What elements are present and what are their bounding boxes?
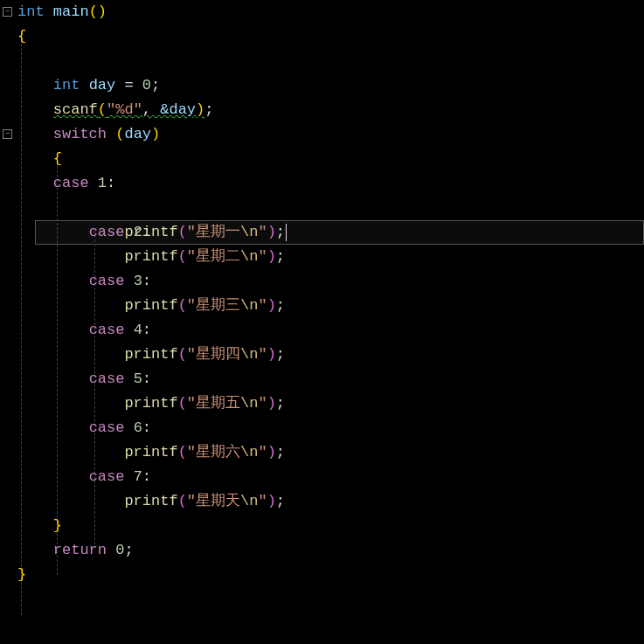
printf-call: printf [124, 493, 177, 509]
code-area[interactable]: int main() { int day = 0; scanf("%d", &d… [17, 0, 644, 644]
case-keyword: case [89, 419, 125, 436]
printf-call: printf [124, 346, 177, 363]
fold-icon[interactable]: − [3, 7, 12, 17]
code-line[interactable]: printf("星期五\n"); [17, 391, 644, 416]
identifier: day [124, 126, 151, 142]
case-keyword: case [89, 224, 125, 240]
number: 0 [142, 77, 151, 93]
code-line[interactable]: case 5: [17, 367, 644, 391]
case-keyword: case [89, 322, 125, 338]
code-line[interactable]: scanf("%d", &day); [17, 98, 644, 122]
code-line[interactable]: case 3: [17, 269, 644, 294]
code-line[interactable]: printf("星期天\n"); [17, 489, 644, 514]
printf-call: printf [124, 248, 177, 265]
string-literal: "%d" [107, 101, 142, 118]
switch-keyword: switch [53, 126, 107, 142]
code-line[interactable]: { [17, 24, 644, 49]
identifier: &day [160, 101, 196, 118]
printf-call: printf [124, 444, 177, 460]
code-line[interactable]: printf("星期六\n"); [17, 440, 644, 465]
code-line[interactable]: printf("星期三\n"); [17, 294, 644, 318]
return-keyword: return [53, 542, 107, 558]
type-keyword: int [17, 3, 45, 20]
code-line[interactable]: case 4: [17, 318, 644, 343]
code-line[interactable]: return 0; [17, 538, 644, 563]
code-line[interactable] [17, 49, 644, 73]
code-line[interactable]: int main() [17, 0, 644, 24]
code-line[interactable]: case 6: [17, 416, 644, 440]
case-keyword: case [89, 273, 125, 289]
type-keyword: int [53, 77, 80, 93]
code-line[interactable]: } [17, 514, 644, 538]
fold-icon[interactable]: − [3, 129, 12, 139]
case-keyword: case [89, 468, 125, 485]
code-line[interactable]: printf("星期二\n"); [17, 245, 644, 269]
code-line[interactable]: case 7: [17, 465, 644, 489]
printf-call: printf [124, 395, 177, 412]
brace: { [53, 150, 62, 167]
code-line[interactable] [17, 196, 644, 220]
gutter: − − [0, 0, 17, 644]
identifier: day [89, 77, 116, 93]
code-line[interactable]: switch (day) [17, 122, 644, 147]
case-keyword: case [53, 175, 89, 191]
code-line[interactable]: case 2: [17, 220, 644, 245]
case-keyword: case [89, 370, 125, 387]
printf-call: printf [124, 297, 177, 314]
brace: } [17, 566, 26, 583]
code-editor[interactable]: − − int main() { int day = 0; scanf("%d"… [0, 0, 644, 644]
paren: ) [98, 3, 107, 20]
paren: ( [89, 3, 98, 20]
code-line[interactable]: { [17, 147, 644, 171]
scanf-call: scanf [53, 101, 98, 118]
code-line[interactable]: } [17, 563, 644, 587]
code-line[interactable]: case 1: [17, 171, 644, 196]
code-line[interactable]: printf("星期四\n"); [17, 343, 644, 367]
brace: { [17, 28, 26, 45]
brace: } [53, 517, 62, 534]
code-line[interactable]: int day = 0; [17, 73, 644, 98]
function-main: main [53, 3, 89, 20]
